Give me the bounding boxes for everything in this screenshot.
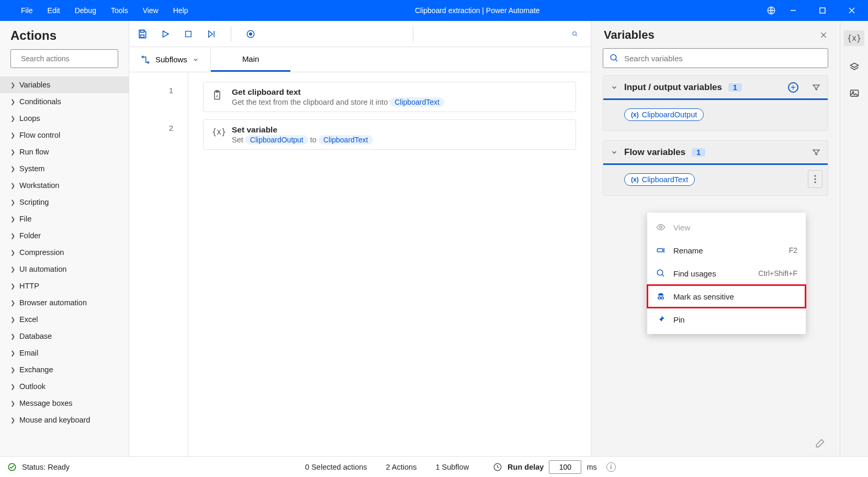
- tree-item-file[interactable]: ❯File: [0, 210, 129, 227]
- tree-item-scripting[interactable]: ❯Scripting: [0, 194, 129, 210]
- svg-point-22: [611, 54, 616, 60]
- status-ok-icon: [7, 462, 17, 472]
- tree-item-message-boxes[interactable]: ❯Message boxes: [0, 395, 129, 412]
- line-gutter: 1 2: [129, 72, 188, 456]
- tree-item-variables[interactable]: ❯Variables: [0, 76, 129, 93]
- chevron-right-icon: ❯: [10, 283, 15, 290]
- run-delay-unit: ms: [587, 463, 596, 471]
- subflows-label: Subflows: [155, 55, 187, 64]
- step-button[interactable]: [206, 28, 217, 40]
- menu-help[interactable]: Help: [173, 6, 188, 15]
- status-text: Status: Ready: [22, 463, 70, 471]
- save-button[interactable]: [137, 28, 148, 40]
- tree-item-loops[interactable]: ❯Loops: [0, 110, 129, 127]
- tree-item-browser-automation[interactable]: ❯Browser automation: [0, 294, 129, 311]
- svg-point-34: [658, 297, 661, 299]
- tree-item-flow-control[interactable]: ❯Flow control: [0, 127, 129, 143]
- menu-tools[interactable]: Tools: [111, 6, 128, 15]
- io-section-header[interactable]: Input / output variables 1 +: [603, 76, 828, 100]
- variable-more-button[interactable]: [808, 170, 822, 188]
- ctx-rename[interactable]: RenameF2: [647, 239, 806, 262]
- menu-edit[interactable]: Edit: [48, 6, 60, 15]
- maximize-button[interactable]: [810, 0, 835, 21]
- chevron-right-icon: ❯: [10, 249, 15, 256]
- filter-button[interactable]: [812, 148, 820, 157]
- chevron-right-icon: ❯: [10, 149, 15, 156]
- eraser-button[interactable]: [815, 438, 825, 449]
- tree-item-folder[interactable]: ❯Folder: [0, 227, 129, 244]
- globe-icon: [766, 6, 776, 15]
- tree-item-label: Variables: [19, 81, 50, 89]
- chevron-down-icon: [611, 84, 618, 91]
- rail-ui-elements[interactable]: [849, 62, 860, 72]
- ctx-label: View: [673, 223, 690, 232]
- chevron-right-icon: ❯: [10, 216, 15, 223]
- subflows-bar: Subflows Main: [129, 47, 591, 72]
- ctx-label: Pin: [673, 315, 685, 324]
- chevron-right-icon: ❯: [10, 400, 15, 407]
- tab-main[interactable]: Main: [211, 47, 291, 72]
- rail-images[interactable]: [849, 88, 860, 98]
- ctx-pin[interactable]: Pin: [647, 308, 806, 331]
- subflows-button[interactable]: Subflows: [129, 47, 211, 72]
- tree-item-http[interactable]: ❯HTTP: [0, 278, 129, 294]
- more-vertical-icon: [814, 175, 816, 183]
- environment-indicator[interactable]: [766, 6, 776, 15]
- ctx-shortcut: Ctrl+Shift+F: [758, 269, 797, 278]
- menu-view[interactable]: View: [143, 6, 159, 15]
- tree-item-system[interactable]: ❯System: [0, 160, 129, 177]
- tree-item-ui-automation[interactable]: ❯UI automation: [0, 261, 129, 278]
- tree-item-exchange[interactable]: ❯Exchange: [0, 361, 129, 378]
- tree-item-label: Conditionals: [19, 97, 61, 106]
- chevron-down-icon: [611, 149, 618, 156]
- tree-item-database[interactable]: ❯Database: [0, 328, 129, 345]
- flow-section-header[interactable]: Flow variables 1: [603, 141, 828, 165]
- svg-line-33: [662, 274, 664, 276]
- variables-search-input[interactable]: [624, 54, 821, 63]
- info-icon[interactable]: i: [606, 462, 616, 472]
- tree-item-compression[interactable]: ❯Compression: [0, 244, 129, 261]
- close-button[interactable]: [840, 0, 864, 21]
- run-button[interactable]: [160, 28, 171, 40]
- io-count-badge: 1: [728, 83, 742, 92]
- variable-clipboard-text[interactable]: (x) ClipboardText: [624, 173, 695, 186]
- stop-button[interactable]: [183, 28, 194, 40]
- menu-file[interactable]: File: [21, 6, 33, 15]
- variable-clipboard-output[interactable]: (x) ClipboardOutput: [624, 108, 704, 121]
- tree-item-workstation[interactable]: ❯Workstation: [0, 177, 129, 194]
- close-panel-button[interactable]: [820, 31, 827, 39]
- tree-item-mouse-and-keyboard[interactable]: ❯Mouse and keyboard: [0, 412, 129, 428]
- filter-button[interactable]: [812, 83, 820, 92]
- svg-rect-8: [141, 35, 144, 37]
- tree-item-conditionals[interactable]: ❯Conditionals: [0, 93, 129, 110]
- pin-icon: [656, 315, 666, 324]
- flow-search-button[interactable]: [572, 28, 583, 40]
- record-button[interactable]: [245, 28, 256, 40]
- tree-item-label: Folder: [19, 231, 41, 240]
- rail-variables[interactable]: {x}: [844, 30, 864, 46]
- ctx-mark-as-sensitive[interactable]: Mark as sensitive: [647, 285, 806, 308]
- svg-point-24: [814, 175, 816, 176]
- tree-item-run-flow[interactable]: ❯Run flow: [0, 143, 129, 160]
- io-section-title: Input / output variables: [624, 82, 722, 93]
- tree-item-excel[interactable]: ❯Excel: [0, 311, 129, 328]
- step-get-clipboard[interactable]: A Get clipboard text Get the text from t…: [203, 82, 576, 112]
- minimize-button[interactable]: [781, 0, 805, 21]
- tree-item-email[interactable]: ❯Email: [0, 345, 129, 361]
- filter-icon: [812, 148, 820, 157]
- actions-count: 2 Actions: [386, 463, 417, 471]
- step-set-variable[interactable]: {x} Set variable Set ClipboardOutput to …: [203, 119, 576, 150]
- step-name: Get clipboard text: [232, 87, 444, 97]
- tree-item-outlook[interactable]: ❯Outlook: [0, 378, 129, 395]
- search-icon: [656, 269, 666, 278]
- actions-search[interactable]: [10, 49, 118, 68]
- menu-debug[interactable]: Debug: [75, 6, 96, 15]
- ctx-view: View: [647, 216, 806, 239]
- variables-search[interactable]: [603, 48, 828, 68]
- actions-search-input[interactable]: [21, 54, 112, 63]
- run-delay-input[interactable]: [549, 460, 581, 474]
- svg-rect-7: [141, 30, 144, 32]
- add-io-variable-button[interactable]: +: [788, 82, 798, 93]
- subflows-count: 1 Subflow: [435, 463, 469, 471]
- ctx-find-usages[interactable]: Find usagesCtrl+Shift+F: [647, 262, 806, 285]
